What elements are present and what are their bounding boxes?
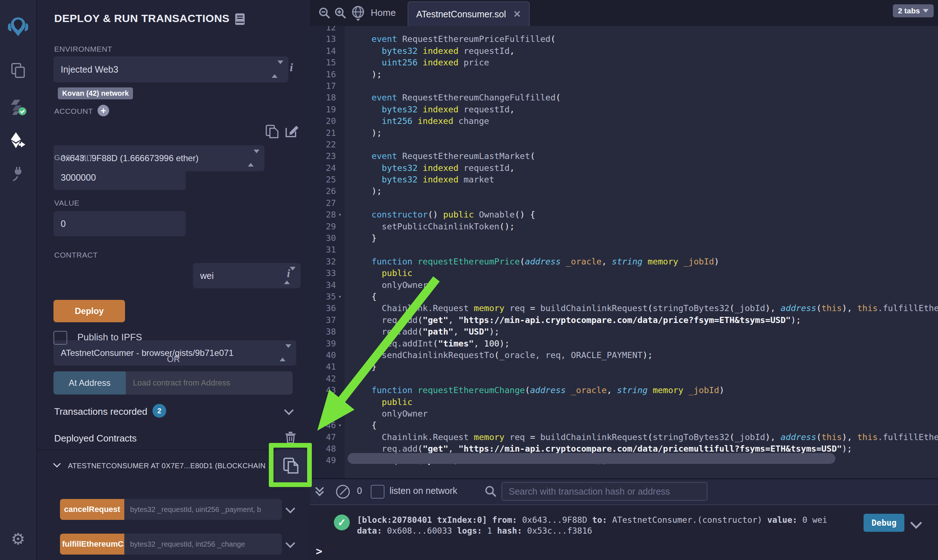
code-line: 26 ); — [310, 185, 938, 197]
home-globe-icon[interactable] — [351, 5, 366, 22]
environment-info-icon[interactable]: i — [290, 61, 293, 74]
file-explorer-icon[interactable] — [0, 62, 36, 79]
code-line: 21 ); — [310, 127, 938, 139]
environment-select[interactable]: Injected Web3 — [54, 56, 288, 82]
log-expand-chevron-icon[interactable] — [910, 517, 922, 529]
code-text: req.addInt("times", 100); — [348, 338, 509, 349]
fold-spacer — [336, 314, 348, 326]
deploy-button[interactable]: Deploy — [54, 300, 125, 322]
value-input[interactable] — [54, 211, 186, 236]
code-text: event RequestEthereumLastMarket( — [348, 150, 535, 162]
listen-network-checkbox[interactable] — [371, 485, 384, 498]
zoom-out-icon[interactable] — [318, 6, 331, 20]
code-line: 13 event RequestEthereumPriceFulfilled( — [310, 33, 938, 45]
log-line-2[interactable]: data: 0x608...60033 logs: 1 hash: 0x53c.… — [357, 526, 592, 535]
line-number: 23 — [310, 150, 336, 162]
cancel-request-args-input[interactable]: bytes32 _requestId, uint256 _payment, b — [124, 499, 282, 520]
settings-gear-icon[interactable]: ⚙ — [0, 530, 36, 548]
fold-marker-icon[interactable]: ▾ — [336, 209, 348, 220]
fold-spacer — [336, 443, 348, 454]
zoom-in-icon[interactable] — [334, 6, 347, 20]
code-text: public — [348, 396, 412, 408]
cancel-request-chevron-icon[interactable] — [286, 504, 295, 513]
line-number: 31 — [310, 244, 336, 255]
cancel-request-button[interactable]: cancelRequest — [60, 499, 124, 520]
fold-spacer — [336, 408, 348, 420]
line-number: 41 — [310, 361, 336, 372]
publish-ipfs-checkbox[interactable] — [54, 331, 67, 345]
annotation-highlight-box — [269, 443, 312, 487]
edit-account-icon[interactable] — [285, 124, 299, 139]
contract-instance-header[interactable]: ATESTNETCONSUMER AT 0X7E7...E80D1 (BLOCK… — [68, 462, 272, 470]
code-text: } — [348, 232, 377, 244]
gas-limit-label: GAS LIMIT — [54, 153, 93, 162]
terminal-prompt[interactable]: > — [316, 545, 322, 557]
add-account-icon[interactable]: + — [98, 105, 109, 116]
tab-atestnetconsumer[interactable]: ATestnetConsumer.sol ✕ — [407, 2, 530, 26]
documentation-book-icon[interactable] — [235, 13, 245, 25]
code-line: 42 — [310, 373, 938, 385]
transactions-chevron-down-icon[interactable] — [284, 405, 294, 415]
trash-icon[interactable] — [285, 431, 296, 444]
fold-spacer — [336, 454, 348, 466]
fold-spacer — [336, 244, 348, 255]
fulfill-ethereum-change-args-input[interactable]: bytes32 _requestId, int256 _change — [124, 534, 282, 555]
contract-instance-chevron-icon[interactable] — [54, 461, 60, 468]
remix-ide-window: ⚙ DEPLOY & RUN TRANSACTIONS ENVIRONMENT … — [0, 0, 938, 560]
code-text: onlyOwner — [348, 279, 428, 291]
code-line: 46▾ { — [310, 420, 938, 431]
at-address-input[interactable] — [126, 371, 293, 395]
fold-spacer — [336, 373, 348, 385]
code-line: 38 req.add("path", "USD"); — [310, 326, 938, 337]
code-editor[interactable]: 1213 event RequestEthereumPriceFulfilled… — [310, 26, 938, 478]
fold-spacer — [336, 127, 348, 139]
code-text: { — [348, 291, 377, 302]
terminal-search-input[interactable] — [501, 482, 707, 501]
code-line: 34 onlyOwner — [310, 279, 938, 291]
deployed-contracts-label: Deployed Contracts — [54, 433, 137, 444]
remix-logo-icon[interactable] — [0, 15, 36, 38]
code-line: 17 — [310, 80, 938, 92]
fold-spacer — [336, 185, 348, 197]
line-number: 39 — [310, 338, 336, 349]
value-label: VALUE — [54, 199, 80, 208]
fold-marker-icon[interactable]: ▾ — [336, 291, 348, 302]
clear-console-icon[interactable] — [336, 485, 350, 498]
expand-terminal-icon[interactable] — [317, 485, 323, 495]
code-line: 19 bytes32 indexed requestId, — [310, 104, 938, 115]
close-tab-icon[interactable]: ✕ — [513, 9, 521, 20]
debug-button[interactable]: Debug — [864, 514, 904, 532]
code-line: 29 setPublicChainlinkToken(); — [310, 221, 938, 232]
horizontal-scrollbar[interactable] — [348, 453, 835, 464]
line-number: 48 — [310, 443, 336, 454]
fulfill-chevron-icon[interactable] — [286, 538, 295, 548]
pending-count: 0 — [357, 486, 362, 496]
value-unit-select[interactable]: wei — [193, 263, 301, 288]
code-text — [348, 139, 361, 150]
code-line: 16 ); — [310, 69, 938, 80]
plugin-manager-icon[interactable] — [0, 165, 36, 182]
code-text: req.add("path", "USD"); — [348, 326, 499, 337]
deploy-and-run-icon[interactable] — [0, 131, 36, 149]
code-line: 45 onlyOwner — [310, 408, 938, 420]
gas-limit-input[interactable] — [54, 165, 186, 190]
at-address-button[interactable]: At Address — [54, 371, 126, 395]
code-text: uint256 indexed price — [348, 57, 489, 68]
line-number: 26 — [310, 185, 336, 197]
code-text: onlyOwner — [348, 408, 428, 420]
solidity-compiler-icon[interactable] — [0, 98, 36, 115]
copy-account-icon[interactable] — [265, 124, 279, 140]
fulfill-ethereum-change-button[interactable]: fulfillEthereumC... — [60, 534, 124, 555]
line-number: 21 — [310, 127, 336, 139]
line-number: 49 — [310, 454, 336, 466]
line-number: 43 — [310, 385, 336, 396]
code-text: sendChainlinkRequestTo(_oracle, req, ORA… — [348, 349, 652, 361]
tabs-count-button[interactable]: 2 tabs — [893, 4, 934, 17]
terminal-header: 0 listen on network — [310, 479, 938, 505]
contract-info-icon[interactable]: i — [287, 267, 290, 280]
log-line-1[interactable]: [block:20780401 txIndex:0] from: 0x643..… — [357, 515, 827, 525]
code-text: Chainlink.Request memory req = buildChai… — [348, 302, 938, 314]
fold-marker-icon[interactable]: ▾ — [336, 420, 348, 431]
environment-label: ENVIRONMENT — [54, 45, 112, 54]
tab-home[interactable]: Home — [371, 7, 396, 18]
